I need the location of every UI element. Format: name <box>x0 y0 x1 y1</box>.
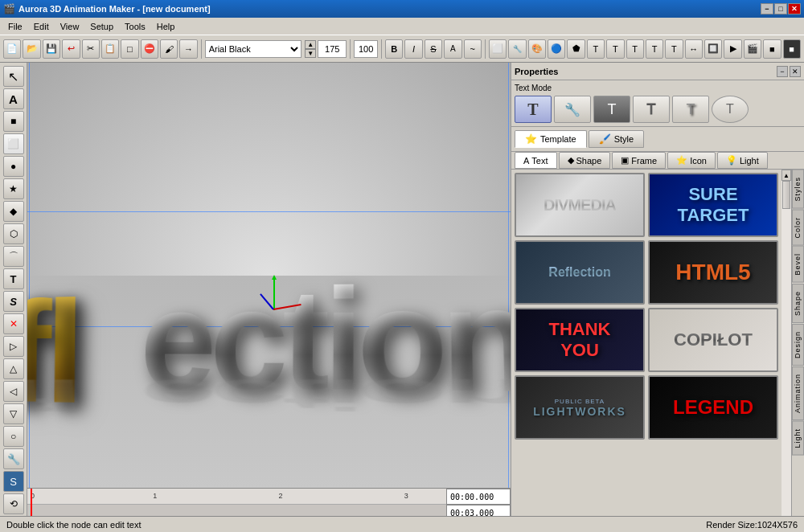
panel-collapse-btn[interactable]: − <box>777 66 788 77</box>
zoom-input[interactable] <box>354 40 378 58</box>
side-tab-styles[interactable]: Styles <box>792 170 804 209</box>
menu-setup[interactable]: Setup <box>85 20 118 33</box>
tb-btn-1[interactable]: ⬜ <box>489 39 507 59</box>
tb-btn-16[interactable]: ■ <box>783 39 801 59</box>
tool-wrench[interactable]: 🔧 <box>3 448 24 469</box>
tool-rect[interactable]: ■ <box>3 111 24 132</box>
tb-btn-3[interactable]: 🎨 <box>528 39 546 59</box>
italic-button[interactable]: I <box>404 39 422 59</box>
side-tab-shape[interactable]: Shape <box>792 284 804 323</box>
thumb-reflection[interactable]: Reflection <box>515 240 645 305</box>
tb-btn-13[interactable]: ▶ <box>724 39 741 59</box>
scroll-up-btn[interactable]: ▲ <box>781 170 791 181</box>
tb-btn-15[interactable]: ■ <box>763 39 781 59</box>
tool-t2[interactable]: T <box>3 268 24 289</box>
thumb-divmedia[interactable]: DIVMEDIA <box>515 173 645 237</box>
tb-btn-12[interactable]: 🔲 <box>704 39 722 59</box>
tb-btn-4[interactable]: 🔵 <box>548 39 565 59</box>
mode-btn-1[interactable]: T <box>515 96 552 123</box>
paint-button[interactable]: 🖌 <box>160 39 178 59</box>
font-size-input[interactable] <box>318 40 347 58</box>
tb-btn-9[interactable]: T <box>646 39 663 59</box>
tb-btn-11[interactable]: ↔ <box>685 39 703 59</box>
menu-edit[interactable]: Edit <box>29 20 54 33</box>
tb-btn-10[interactable]: T <box>665 39 683 59</box>
style-tab-light[interactable]: 💡 Light <box>717 152 768 169</box>
tool-triangle[interactable]: △ <box>3 358 24 379</box>
side-tab-bevel[interactable]: Bevel <box>792 246 804 283</box>
allcaps-button[interactable]: A <box>444 39 461 59</box>
tb-btn-8[interactable]: T <box>626 39 644 59</box>
undo-button[interactable]: ↩ <box>62 39 80 59</box>
style-tab-shape[interactable]: ◆ Shape <box>559 152 611 169</box>
tb-btn-2[interactable]: 🔧 <box>508 39 526 59</box>
new-doc-button[interactable]: □ <box>121 39 138 59</box>
tb-btn-7[interactable]: T <box>606 39 624 59</box>
tool-circle[interactable]: ● <box>3 156 24 177</box>
mode-btn-5[interactable]: T <box>672 96 709 123</box>
style-tab-icon[interactable]: ⭐ Icon <box>667 152 716 169</box>
close-button[interactable]: ✕ <box>788 3 801 14</box>
tool-down[interactable]: ▽ <box>3 403 24 424</box>
style-tab-frame[interactable]: ▣ Frame <box>612 152 666 169</box>
font-size-up[interactable]: ▲ <box>305 40 316 49</box>
side-tab-color[interactable]: Color <box>792 210 804 246</box>
tb-btn-14[interactable]: 🎬 <box>744 39 761 59</box>
menu-tools[interactable]: Tools <box>120 20 150 33</box>
mode-btn-2[interactable]: 🔧 <box>554 96 591 123</box>
tool-diamond[interactable]: ◆ <box>3 201 24 222</box>
thumb-html5[interactable]: HTML5 <box>648 240 778 305</box>
thumb-copilot[interactable]: COPIŁOT <box>648 308 778 372</box>
light-tab-label: Light <box>740 156 759 166</box>
tool-x[interactable]: ✕ <box>3 313 24 334</box>
tool-star[interactable]: ★ <box>3 178 24 199</box>
tool-select[interactable]: ↖ <box>3 66 24 87</box>
open-button[interactable]: 📂 <box>23 39 40 59</box>
maximize-button[interactable]: □ <box>774 3 787 14</box>
panel-close-btn[interactable]: ✕ <box>790 66 801 77</box>
tb-btn-6[interactable]: T <box>587 39 605 59</box>
tool-ring[interactable]: ○ <box>3 426 24 447</box>
thumb-grid-scroll[interactable]: DIVMEDIA SURETARGET Reflection <box>511 170 781 532</box>
mode-btn-3[interactable]: T <box>593 96 630 123</box>
tool-rect2[interactable]: ⬜ <box>3 133 24 154</box>
tool-hexagon[interactable]: ⬡ <box>3 223 24 244</box>
tab-style[interactable]: 🖌️ Style <box>589 130 644 148</box>
tool-left[interactable]: ◁ <box>3 381 24 402</box>
cut-button[interactable]: ✂ <box>82 39 100 59</box>
tool-arc[interactable]: ⌒ <box>3 246 24 267</box>
tab-template[interactable]: ⭐ Template <box>515 130 587 148</box>
scroll-thumb[interactable] <box>782 181 790 209</box>
copy-button[interactable]: 📋 <box>101 39 119 59</box>
side-tab-design[interactable]: Design <box>792 324 804 366</box>
mode-btn-4[interactable]: T <box>633 96 670 123</box>
mode-btn-6[interactable]: T <box>712 96 749 123</box>
bold-button[interactable]: B <box>385 39 403 59</box>
arrow-button[interactable]: → <box>179 39 197 59</box>
tool-play[interactable]: ▷ <box>3 336 24 357</box>
tool-rotate[interactable]: ⟲ <box>3 493 24 514</box>
canvas-viewport[interactable]: fl ection fl ection <box>27 63 511 488</box>
menu-help[interactable]: Help <box>152 20 180 33</box>
style-fx-button[interactable]: ~ <box>464 39 482 59</box>
side-tab-animation[interactable]: Animation <box>792 366 804 420</box>
style-tab-text[interactable]: A Text <box>515 152 557 169</box>
menu-file[interactable]: File <box>3 20 27 33</box>
tool-text[interactable]: A <box>3 88 24 109</box>
tb-btn-5[interactable]: ⬟ <box>567 39 585 59</box>
menu-view[interactable]: View <box>55 20 84 33</box>
thumb-legend[interactable]: LEGEND <box>648 375 778 440</box>
side-tab-light[interactable]: Light <box>792 421 804 456</box>
stop-button[interactable]: ⛔ <box>141 39 158 59</box>
strikethrough-button[interactable]: S <box>425 39 442 59</box>
tool-s2[interactable]: S <box>3 471 24 492</box>
new-button[interactable]: 📄 <box>3 39 21 59</box>
thumb-lightworks[interactable]: PUBLIC BETA LIGHTWORKS <box>515 375 645 440</box>
font-select[interactable]: Arial Black <box>205 40 302 58</box>
tool-s[interactable]: S <box>3 291 24 312</box>
save-button[interactable]: 💾 <box>43 39 60 59</box>
font-size-down[interactable]: ▼ <box>305 49 316 58</box>
thumb-suretarget[interactable]: SURETARGET <box>648 173 778 237</box>
minimize-button[interactable]: − <box>761 3 773 14</box>
thumb-thankyou[interactable]: THANKYOU <box>515 308 645 372</box>
